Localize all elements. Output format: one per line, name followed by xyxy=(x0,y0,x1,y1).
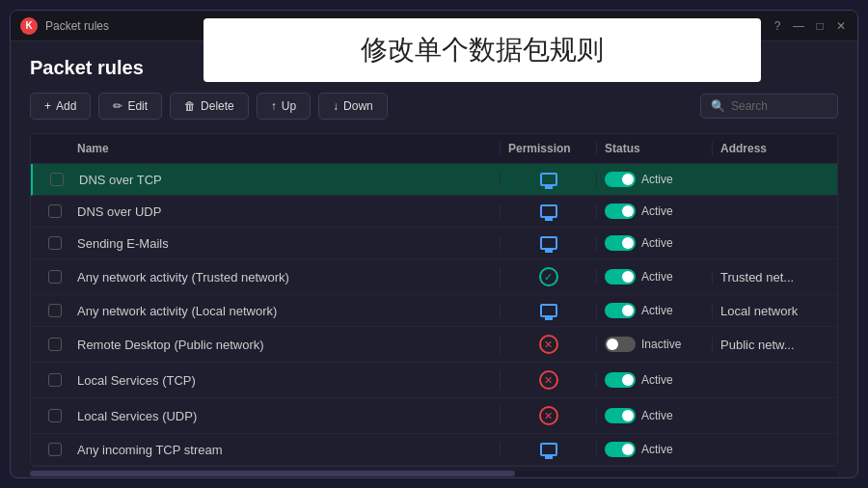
row-name: Any network activity (Local network) xyxy=(69,304,500,318)
status-toggle[interactable]: Active xyxy=(605,269,704,285)
status-toggle[interactable]: Inactive xyxy=(605,337,704,352)
checkbox-icon xyxy=(48,204,62,218)
table-row[interactable]: Any network activity (Trusted network)Ac… xyxy=(31,259,837,295)
row-permission xyxy=(500,370,596,390)
row-permission xyxy=(500,236,596,250)
table-row[interactable]: Remote Desktop (Public network)InactiveP… xyxy=(31,327,837,363)
status-toggle[interactable]: Active xyxy=(605,172,704,187)
add-button[interactable]: + Add xyxy=(30,93,91,120)
add-label: Add xyxy=(56,99,76,113)
down-button[interactable]: ↓ Down xyxy=(318,93,388,120)
search-icon: 🔍 xyxy=(711,99,725,113)
status-label: Active xyxy=(641,236,673,250)
th-status: Status xyxy=(596,142,712,155)
toggle-track xyxy=(605,235,636,251)
row-address: Local network xyxy=(712,304,827,318)
row-permission xyxy=(500,335,596,354)
toggle-track xyxy=(605,408,636,423)
rules-table: Name Permission Status Address DNS over … xyxy=(30,133,838,467)
row-checkbox[interactable] xyxy=(41,270,69,284)
search-input[interactable] xyxy=(731,99,827,113)
up-label: Up xyxy=(282,99,296,113)
row-status[interactable]: Active xyxy=(596,269,712,285)
checkbox-icon xyxy=(50,173,64,186)
row-checkbox[interactable] xyxy=(41,304,69,317)
status-toggle[interactable]: Active xyxy=(605,235,704,251)
checkbox-icon xyxy=(48,338,62,351)
row-status[interactable]: Active xyxy=(596,408,712,423)
table-row[interactable]: Sending E-MailsActive xyxy=(31,228,837,259)
delete-button[interactable]: 🗑 Delete xyxy=(170,93,249,120)
status-toggle[interactable]: Active xyxy=(605,303,704,318)
status-toggle[interactable]: Active xyxy=(605,372,704,388)
row-status[interactable]: Inactive xyxy=(596,337,712,352)
scrollbar[interactable] xyxy=(30,471,838,476)
title-bar-left: K Packet rules xyxy=(20,17,109,35)
row-name: Sending E-Mails xyxy=(69,236,500,251)
row-address: Public netw... xyxy=(712,338,827,352)
status-toggle[interactable]: Active xyxy=(605,203,704,219)
row-permission xyxy=(500,173,596,186)
status-toggle[interactable]: Active xyxy=(605,408,704,423)
row-name: Local Services (TCP) xyxy=(69,373,500,388)
search-box[interactable]: 🔍 xyxy=(700,94,838,119)
table-row[interactable]: DNS over UDPActive xyxy=(31,196,837,228)
down-icon: ↓ xyxy=(333,99,339,113)
checkbox-icon xyxy=(48,373,62,387)
table-row[interactable]: Any incoming TCP streamActive xyxy=(31,434,837,466)
up-button[interactable]: ↑ Up xyxy=(257,93,311,120)
deny-icon xyxy=(539,335,558,354)
status-label: Active xyxy=(641,173,673,186)
row-name: Local Services (UDP) xyxy=(69,409,500,423)
row-name: Remote Desktop (Public network) xyxy=(69,338,500,352)
edit-icon: ✏ xyxy=(113,99,122,113)
screen-icon xyxy=(540,204,557,218)
status-label: Inactive xyxy=(641,338,681,351)
status-label: Active xyxy=(641,304,673,317)
row-checkbox[interactable] xyxy=(41,443,69,456)
table-row[interactable]: Local Services (TCP)Active xyxy=(31,363,837,398)
delete-label: Delete xyxy=(201,99,234,113)
th-permission: Permission xyxy=(500,142,596,155)
toggle-track xyxy=(605,372,636,388)
toggle-thumb xyxy=(622,305,634,316)
toggle-thumb xyxy=(622,410,634,421)
down-label: Down xyxy=(343,99,373,113)
toggle-thumb xyxy=(607,339,618,350)
row-status[interactable]: Active xyxy=(596,172,712,187)
status-label: Active xyxy=(641,409,673,422)
row-checkbox[interactable] xyxy=(41,236,69,250)
minimize-button[interactable]: — xyxy=(792,19,805,33)
table-row[interactable]: DNS over TCPActive xyxy=(31,164,837,196)
add-icon: + xyxy=(44,99,51,113)
screen-icon xyxy=(540,173,557,186)
help-button[interactable]: ? xyxy=(771,19,784,33)
up-icon: ↑ xyxy=(271,99,277,113)
row-checkbox[interactable] xyxy=(41,204,69,218)
table-row[interactable]: Local Services (UDP)Active xyxy=(31,398,837,434)
th-checkbox xyxy=(41,142,69,155)
maximize-button[interactable]: □ xyxy=(813,19,827,33)
toggle-track xyxy=(605,337,636,352)
checkbox-icon xyxy=(48,304,62,317)
screen-icon xyxy=(540,236,557,250)
edit-button[interactable]: ✏ Edit xyxy=(98,93,162,120)
row-checkbox[interactable] xyxy=(41,338,69,351)
row-status[interactable]: Active xyxy=(596,442,712,457)
table-header: Name Permission Status Address xyxy=(31,134,837,164)
screen-icon xyxy=(540,443,557,456)
row-name: Any network activity (Trusted network) xyxy=(69,270,500,285)
row-status[interactable]: Active xyxy=(596,372,712,388)
row-checkbox[interactable] xyxy=(41,373,69,387)
content-area: Packet rules + Add ✏ Edit 🗑 Delete ↑ Up … xyxy=(11,41,857,478)
table-row[interactable]: Any network activity (Local network)Acti… xyxy=(31,295,837,327)
edit-label: Edit xyxy=(127,99,148,113)
row-status[interactable]: Active xyxy=(596,203,712,219)
row-status[interactable]: Active xyxy=(596,235,712,251)
row-checkbox[interactable] xyxy=(41,409,69,422)
row-checkbox[interactable] xyxy=(42,173,71,186)
row-status[interactable]: Active xyxy=(596,303,712,318)
checkbox-icon xyxy=(48,270,62,284)
status-toggle[interactable]: Active xyxy=(605,442,704,457)
close-button[interactable]: ✕ xyxy=(834,19,848,33)
